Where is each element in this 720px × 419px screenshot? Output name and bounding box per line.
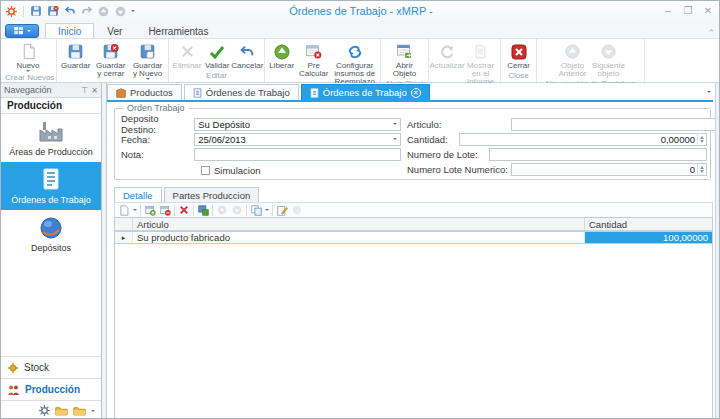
- save-and-close-icon[interactable]: [46, 5, 59, 18]
- tab-inicio[interactable]: Inicio: [45, 23, 94, 38]
- cantidad-input[interactable]: 0,00000: [459, 133, 707, 146]
- numero-lote-input[interactable]: [489, 148, 707, 161]
- minimize-button[interactable]: –: [661, 4, 675, 18]
- mostrar-informe-button: Mostrar en el Informe: [463, 41, 498, 89]
- fecha-combo[interactable]: 25/06/2013: [194, 133, 401, 146]
- tab-herramientas[interactable]: Herramientas: [135, 23, 221, 38]
- sidebar-item-ordenes-de-trabajo[interactable]: Órdenes de Trabajo: [1, 162, 101, 210]
- report-icon: [473, 42, 488, 61]
- app-menu-button[interactable]: [5, 24, 39, 38]
- grid-indicator-header: [115, 218, 133, 230]
- ribbon: Nuevo Crear Nuevos Guardar Guardar y cer…: [1, 38, 720, 83]
- detail-tabs: Detalle Partes Produccion: [114, 187, 261, 202]
- grid-edit-icon[interactable]: [276, 204, 288, 216]
- ribbon-group-crear-nuevos: Nuevo Crear Nuevos: [1, 39, 57, 82]
- circle-down-icon: [601, 42, 616, 61]
- options-gear-icon[interactable]: [39, 405, 50, 416]
- sidebar-title: Navegación: [4, 85, 52, 95]
- sidebar-icon-row: [1, 400, 101, 419]
- abrir-objeto-button[interactable]: Abrir Objeto: [385, 41, 425, 79]
- tab-partes-produccion[interactable]: Partes Produccion: [164, 187, 260, 202]
- grid-copy-icon[interactable]: [250, 204, 262, 216]
- objeto-anterior-button: Objeto Anterior: [555, 41, 591, 79]
- grid-data-row[interactable]: ▸ Su producto fabricado 100,00000: [115, 231, 712, 244]
- grid-column-articulo[interactable]: Articulo: [133, 218, 585, 230]
- folder-icon[interactable]: [73, 405, 86, 416]
- release-up-icon: [274, 42, 290, 61]
- tab-close-icon[interactable]: ✕: [411, 88, 421, 98]
- doc-tab-ordenes-2-active[interactable]: Órdenes de Trabajo ✕: [301, 84, 430, 100]
- spinner-control[interactable]: [697, 163, 706, 176]
- ribbon-group-close: Cerrar Close: [501, 39, 537, 82]
- check-icon: [209, 42, 225, 61]
- combo-dropdown-icon: [393, 123, 397, 125]
- tab-list-dropdown-icon[interactable]: [707, 91, 711, 93]
- grid-remove-icon[interactable]: [159, 204, 171, 216]
- ribbon-group-guardar: Guardar Guardar y cerrar Guardar y Nuevo…: [57, 39, 169, 82]
- guardar-y-nuevo-button[interactable]: Guardar y Nuevo: [129, 41, 166, 81]
- delete-x-icon: [180, 42, 195, 61]
- sidebar-item-depositos[interactable]: Depósitos: [1, 210, 101, 258]
- grid-view-icon: [291, 204, 303, 216]
- grid-add-icon[interactable]: [144, 204, 156, 216]
- grid-column-cantidad[interactable]: Cantidad: [585, 218, 712, 230]
- previous-record-icon[interactable]: [97, 5, 110, 18]
- nuevo-button[interactable]: Nuevo: [3, 41, 53, 73]
- liberar-button[interactable]: Liberar: [267, 41, 296, 71]
- ribbon-collapse-icon[interactable]: ⌃: [707, 28, 715, 38]
- grid-new-row-icon[interactable]: [118, 204, 130, 216]
- numero-lote-numerico-input[interactable]: 0: [511, 163, 707, 176]
- dropdown-arrow-icon[interactable]: [265, 209, 269, 211]
- tab-detalle[interactable]: Detalle: [114, 187, 162, 202]
- sidebar-item-stock[interactable]: Stock: [1, 356, 101, 378]
- doc-tab-ordenes-1[interactable]: Órdenes de Trabajo: [184, 84, 299, 100]
- grid-delete-icon[interactable]: [178, 204, 190, 216]
- cancelar-button[interactable]: Cancelar: [231, 41, 263, 71]
- tab-ver[interactable]: Ver: [94, 23, 135, 38]
- window-controls: – ❐ ✕: [661, 4, 720, 18]
- pre-calcular-button[interactable]: Pre Calcular: [296, 41, 331, 79]
- grid-insert-icon[interactable]: [197, 204, 209, 216]
- save-icon[interactable]: [29, 5, 42, 18]
- dropdown-arrow-icon[interactable]: [133, 209, 137, 211]
- product-box-icon: [116, 88, 126, 98]
- sidebar-close-icon[interactable]: ✕: [91, 86, 98, 95]
- maximize-button[interactable]: ❐: [681, 4, 695, 18]
- validar-button[interactable]: Validar: [203, 41, 231, 71]
- nota-label: Nota:: [121, 149, 194, 160]
- redo-icon[interactable]: [80, 5, 93, 18]
- spinner-control[interactable]: [697, 133, 706, 146]
- nota-input[interactable]: [194, 148, 401, 161]
- next-record-icon[interactable]: [114, 5, 127, 18]
- sidebar-item-areas-de-produccion[interactable]: Áreas de Producción: [1, 114, 101, 162]
- sidebar-items: Áreas de Producción Órdenes de Trabajo D…: [1, 114, 101, 356]
- qat-dropdown-icon[interactable]: [131, 10, 135, 12]
- sidebar-overflow-dropdown-icon[interactable]: [91, 410, 95, 412]
- settings-gear-icon[interactable]: [5, 5, 18, 18]
- pin-icon[interactable]: ⊤: [81, 86, 88, 95]
- close-button[interactable]: ✕: [701, 4, 715, 18]
- articulo-input[interactable]: [511, 118, 720, 131]
- guardar-y-cerrar-button[interactable]: Guardar y cerrar: [92, 41, 129, 79]
- configurar-insumos-button[interactable]: Configurar insumos de Reemplazo: [331, 41, 378, 87]
- sidebar-item-produccion[interactable]: Producción: [1, 378, 101, 400]
- eliminar-button: Eliminar: [171, 41, 203, 71]
- actualizar-button: Actualizar: [431, 41, 463, 71]
- cantidad-label: Cantidad:: [407, 134, 459, 145]
- guardar-button[interactable]: Guardar: [59, 41, 92, 71]
- cerrar-button[interactable]: Cerrar: [504, 41, 534, 71]
- folder-icon[interactable]: [55, 405, 68, 416]
- undo-icon[interactable]: [63, 5, 76, 18]
- deposito-destino-combo[interactable]: Su Depósito: [194, 118, 401, 131]
- cell-articulo[interactable]: Su producto fabricado: [133, 232, 585, 243]
- separator: [23, 6, 24, 17]
- factory-icon: [38, 120, 64, 144]
- right-edge-strip: [715, 83, 720, 419]
- ribbon-group-abrir-objeto: Abrir Objeto Abrir Objeto: [381, 39, 429, 82]
- ribbon-spacer: [645, 39, 720, 82]
- grid-move-up-icon: [216, 204, 228, 216]
- doc-tab-productos[interactable]: Productos: [107, 84, 182, 100]
- detail-grid: Articulo Cantidad ▸ Su producto fabricad…: [114, 217, 713, 419]
- simulacion-checkbox[interactable]: [201, 166, 210, 175]
- cell-cantidad-selected[interactable]: 100,00000: [585, 232, 712, 243]
